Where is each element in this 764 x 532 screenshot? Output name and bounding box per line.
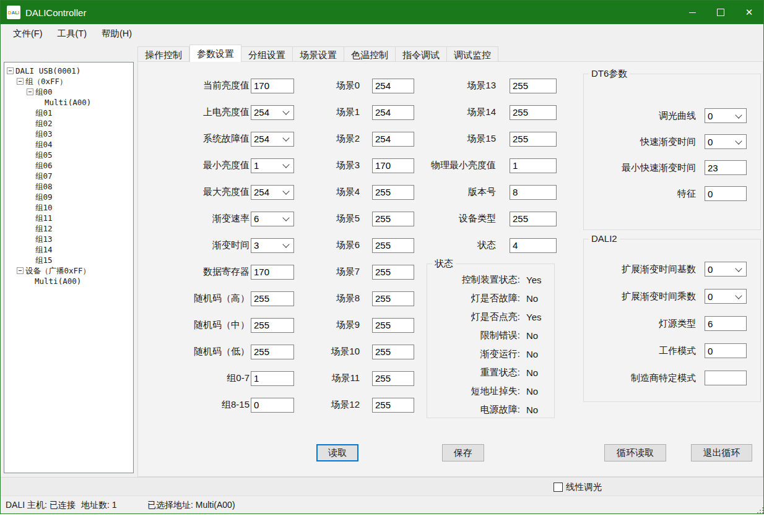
reset-state-value: No <box>526 367 538 378</box>
tree-collapse-icon[interactable] <box>17 78 24 85</box>
scene-14-label: 场景14 <box>409 106 496 118</box>
features-input[interactable] <box>705 186 747 201</box>
scene-14-input[interactable] <box>510 105 557 120</box>
status-value-input[interactable] <box>510 238 557 253</box>
tree-item-group10[interactable]: 组10 <box>4 202 133 213</box>
tree-item-group06[interactable]: 组06 <box>4 160 133 171</box>
operating-mode-input[interactable] <box>705 343 747 358</box>
scene-12-input[interactable] <box>372 398 414 413</box>
manufacturer-mode-input[interactable] <box>705 371 747 385</box>
scene-6-input[interactable] <box>372 238 414 253</box>
tree-collapse-icon[interactable] <box>7 67 14 74</box>
param-column-1: 当前亮度值 上电亮度值254 系统故障值254 最小亮度值1 最大亮度值254 … <box>142 72 294 418</box>
scene-15-input[interactable] <box>510 132 557 147</box>
tree-item-multi-a00[interactable]: Multi(A00) <box>4 97 133 108</box>
random-mid-input[interactable] <box>251 318 294 333</box>
loop-read-button[interactable]: 循环读取 <box>604 444 666 461</box>
tree-item-group04[interactable]: 组04 <box>4 139 133 150</box>
tree-item-group09[interactable]: 组09 <box>4 192 133 202</box>
fade-rate-select[interactable]: 6 <box>251 212 294 226</box>
scene-3-input[interactable] <box>372 158 414 173</box>
max-level-select[interactable]: 254 <box>251 185 294 200</box>
close-button[interactable]: ✕ <box>735 1 763 24</box>
scene-0-input[interactable] <box>372 79 414 93</box>
tab-color-temp-control[interactable]: 色温控制 <box>344 46 396 62</box>
device-type-input[interactable] <box>510 212 557 226</box>
tree-item-group05[interactable]: 组05 <box>4 150 133 160</box>
tree-item-group03[interactable]: 组03 <box>4 129 133 139</box>
scene-11-input[interactable] <box>372 371 414 386</box>
tree-collapse-icon[interactable] <box>17 267 24 274</box>
tree-item-group14[interactable]: 组14 <box>4 244 133 255</box>
fast-fade-time-select[interactable]: 0 <box>705 134 747 149</box>
tab-operation-control[interactable]: 操作控制 <box>137 46 189 62</box>
scene-8-input[interactable] <box>372 291 414 306</box>
tree-item-group08[interactable]: 组08 <box>4 181 133 192</box>
tree-item-group02[interactable]: 组02 <box>4 118 133 129</box>
tree-item-device-broadcast[interactable]: 设备（广播0xFF） <box>4 265 133 276</box>
physical-min-level-label: 物理最小亮度值 <box>409 160 496 171</box>
scene-9-label: 场景9 <box>304 319 360 331</box>
random-low-input[interactable] <box>251 345 294 359</box>
linear-dimming-checkbox[interactable] <box>553 483 563 492</box>
light-source-type-input[interactable] <box>705 316 747 331</box>
chevron-down-icon <box>282 214 289 221</box>
ext-fade-mult-select[interactable]: 0 <box>705 289 747 304</box>
dim-curve-select[interactable]: 0 <box>705 108 747 123</box>
scene-7-input[interactable] <box>372 265 414 280</box>
scene-1-input[interactable] <box>372 105 414 120</box>
min-level-select[interactable]: 1 <box>251 158 294 173</box>
power-on-level-label: 上电亮度值 <box>142 106 250 118</box>
system-failure-level-select[interactable]: 254 <box>251 132 294 147</box>
group-8-15-input[interactable] <box>251 398 294 413</box>
tree-item-group01[interactable]: 组01 <box>4 108 133 118</box>
scene-4-input[interactable] <box>372 185 414 200</box>
status-groupbox: 状态 控制装置状态:Yes 灯是否故障:No 灯是否点亮:Yes 限制错误:No… <box>427 264 555 418</box>
tab-grouping-settings[interactable]: 分组设置 <box>241 46 293 62</box>
tree-item-group00[interactable]: 组00 <box>4 87 133 97</box>
scene-10-input[interactable] <box>372 345 414 359</box>
power-on-level-select[interactable]: 254 <box>251 105 294 120</box>
physical-min-level-input[interactable] <box>510 158 557 173</box>
menu-bar: 文件(F) 工具(T) 帮助(H) <box>1 24 763 43</box>
exit-loop-button[interactable]: 退出循环 <box>691 444 752 461</box>
minimize-button[interactable] <box>678 1 706 24</box>
random-high-input[interactable] <box>251 291 294 306</box>
scene-13-input[interactable] <box>510 79 557 93</box>
menu-tools[interactable]: 工具(T) <box>50 25 95 42</box>
scene-9-input[interactable] <box>372 318 414 333</box>
scene-5-input[interactable] <box>372 212 414 226</box>
tree-item-group13[interactable]: 组13 <box>4 234 133 244</box>
tab-parameter-settings[interactable]: 参数设置 <box>189 45 241 62</box>
tree-item-group12[interactable]: 组12 <box>4 223 133 234</box>
ext-fade-base-select[interactable]: 0 <box>705 262 747 277</box>
tab-scene-settings[interactable]: 场景设置 <box>293 46 344 62</box>
current-level-input[interactable] <box>251 79 294 93</box>
version-input[interactable] <box>510 185 557 200</box>
linear-dimming-label: 线性调光 <box>566 481 602 493</box>
tree-item-group15[interactable]: 组15 <box>4 255 133 265</box>
fade-time-select[interactable]: 3 <box>251 238 294 253</box>
tree-collapse-icon[interactable] <box>27 88 33 95</box>
tree-item-group07[interactable]: 组07 <box>4 171 133 181</box>
maximize-button[interactable] <box>706 1 735 24</box>
menu-help[interactable]: 帮助(H) <box>94 25 139 42</box>
tree-item-group11[interactable]: 组11 <box>4 213 133 223</box>
tab-debug-monitor[interactable]: 调试监控 <box>447 46 498 62</box>
chevron-down-icon <box>735 292 742 299</box>
data-register-input[interactable] <box>251 265 294 280</box>
operating-mode-label: 工作模式 <box>589 345 696 357</box>
min-fast-fade-time-input[interactable] <box>705 160 747 175</box>
read-button[interactable]: 读取 <box>316 444 358 461</box>
status-groupbox-title: 状态 <box>432 258 456 270</box>
save-button[interactable]: 保存 <box>442 444 484 461</box>
fast-fade-time-label: 快速渐变时间 <box>589 136 696 148</box>
tab-command-debug[interactable]: 指令调试 <box>396 46 447 62</box>
tree-item-group-root[interactable]: 组（0xFF） <box>4 76 133 87</box>
scene-2-input[interactable] <box>372 132 414 147</box>
resize-grip[interactable] <box>762 512 763 513</box>
menu-file[interactable]: 文件(F) <box>6 25 50 42</box>
tree-item-multi-a00-2[interactable]: Multi(A00) <box>4 276 133 286</box>
tree-item-dali-usb[interactable]: DALI USB(0001) <box>4 66 133 76</box>
group-0-7-input[interactable] <box>251 371 294 386</box>
